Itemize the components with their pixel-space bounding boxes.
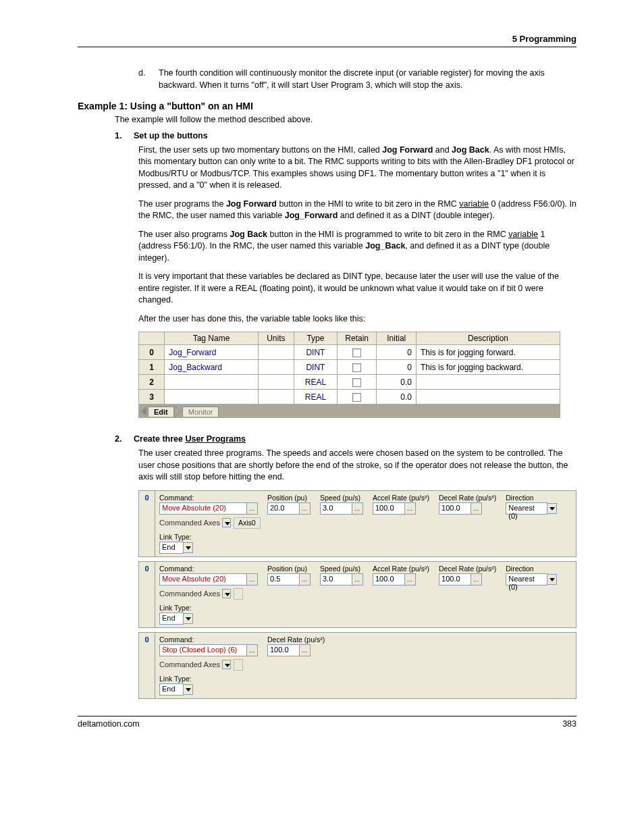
retain-checkbox[interactable] (352, 378, 361, 387)
tab-monitor[interactable]: Monitor (182, 407, 219, 417)
retain-checkbox[interactable] (352, 348, 361, 357)
cell-initial[interactable]: 0.0 (377, 390, 417, 405)
cell-description[interactable] (417, 390, 560, 405)
cell-units[interactable] (258, 360, 294, 375)
link-type-select[interactable]: End (159, 683, 184, 696)
cell-type[interactable]: DINT (294, 360, 337, 375)
cell-retain[interactable] (337, 345, 377, 360)
dropdown-button[interactable] (183, 613, 193, 624)
variable-link[interactable]: variable (508, 230, 538, 239)
dropdown-button[interactable] (222, 589, 231, 598)
command-input[interactable]: Move Absolute (20) (159, 502, 247, 515)
ellipsis-button[interactable]: … (471, 573, 482, 585)
field-label: Command: (159, 565, 258, 573)
list-item-d: d. The fourth condition will continuousl… (138, 68, 576, 91)
tab-divider-icon (174, 405, 181, 417)
footer-right: 383 (562, 719, 576, 729)
axis-box[interactable] (234, 659, 243, 671)
cell-tagname[interactable]: Jog_Forward (165, 345, 258, 360)
program-step: 0Command:Move Absolute (20)…Position (pu… (138, 490, 576, 557)
direction-select[interactable]: Nearest (0) (506, 502, 547, 515)
page-footer: deltamotion.com 383 (78, 716, 576, 729)
step-index: 0 (139, 562, 155, 627)
ellipsis-button[interactable]: … (404, 573, 416, 585)
field-label: Decel Rate (pu/s²) (439, 565, 496, 573)
ellipsis-button[interactable]: … (471, 502, 482, 515)
field-label: Command: (159, 494, 258, 502)
cell-type[interactable]: REAL (294, 375, 337, 390)
table-row: 3REAL0.0 (139, 390, 560, 405)
cell-initial[interactable]: 0 (377, 360, 417, 375)
field-value[interactable]: 100.0 (439, 502, 471, 515)
ellipsis-button[interactable]: … (299, 644, 311, 656)
field-value[interactable]: 100.0 (373, 573, 405, 585)
command-input[interactable]: Move Absolute (20) (159, 573, 247, 585)
field-value[interactable]: 20.0 (267, 502, 300, 515)
dropdown-button[interactable] (547, 574, 557, 585)
dropdown-button[interactable] (222, 660, 231, 669)
variable-link[interactable]: variable (459, 199, 489, 209)
cell-units[interactable] (258, 390, 294, 405)
cell-type[interactable]: REAL (294, 390, 337, 405)
step1-title: Set up the buttons (134, 131, 208, 140)
cell-units[interactable] (258, 345, 294, 360)
step1-num: 1. (115, 131, 134, 140)
row-index: 0 (139, 345, 165, 360)
direction-select[interactable]: Nearest (0) (506, 573, 547, 585)
program-step: 0Command:Stop (Closed Loop) (6)…Decel Ra… (138, 632, 576, 699)
cell-initial[interactable]: 0.0 (377, 375, 417, 390)
cell-description[interactable] (417, 375, 560, 390)
field-value[interactable]: 3.0 (320, 502, 352, 515)
table-row: 0Jog_ForwardDINT0This is for jogging for… (139, 345, 560, 360)
field-value[interactable]: 0.5 (267, 573, 300, 585)
field-label: Direction (506, 494, 557, 502)
field-value[interactable]: 3.0 (320, 573, 352, 585)
cell-retain[interactable] (337, 360, 377, 375)
retain-checkbox[interactable] (352, 363, 361, 372)
command-input[interactable]: Stop (Closed Loop) (6) (159, 644, 247, 656)
ellipsis-button[interactable]: … (404, 502, 416, 515)
ellipsis-button[interactable]: … (299, 573, 311, 585)
dropdown-button[interactable] (183, 542, 193, 553)
ellipsis-button[interactable]: … (246, 644, 258, 656)
link-type-select[interactable]: End (159, 613, 184, 625)
retain-checkbox[interactable] (352, 393, 361, 402)
cell-retain[interactable] (337, 390, 377, 405)
cell-tagname[interactable] (165, 390, 258, 405)
dropdown-button[interactable] (183, 684, 193, 695)
list-marker: d. (138, 68, 159, 91)
field-label: Direction (506, 565, 557, 573)
cell-units[interactable] (258, 375, 294, 390)
cell-description[interactable]: This is for jogging backward. (417, 360, 560, 375)
field-label: Accel Rate (pu/s²) (373, 494, 429, 502)
cell-initial[interactable]: 0 (377, 345, 417, 360)
user-programs-link[interactable]: User Programs (185, 434, 246, 444)
commanded-axes-label: Commanded Axes (159, 660, 220, 669)
step1-p1: First, the user sets up two momentary bu… (138, 145, 576, 192)
axis-box[interactable]: Axis0 (234, 517, 261, 529)
cell-tagname[interactable] (165, 375, 258, 390)
step2-p1: The user created three programs. The spe… (138, 448, 576, 484)
field-value[interactable]: 100.0 (439, 573, 471, 585)
field-label: Decel Rate (pu/s²) (267, 635, 325, 644)
ellipsis-button[interactable]: … (246, 502, 258, 515)
ellipsis-button[interactable]: … (246, 573, 258, 585)
axis-box[interactable] (234, 588, 243, 600)
tab-edit[interactable]: Edit (148, 407, 174, 417)
cell-type[interactable]: DINT (294, 345, 337, 360)
ellipsis-button[interactable]: … (352, 573, 363, 585)
step1-p2: The user programs the Jog Forward button… (138, 199, 576, 222)
variable-table: Tag Name Units Type Retain Initial Descr… (138, 332, 576, 418)
cell-retain[interactable] (337, 375, 377, 390)
step2-heading: 2. Create three User Programs (115, 434, 576, 444)
link-type-select[interactable]: End (159, 542, 184, 554)
dropdown-button[interactable] (222, 518, 231, 527)
dropdown-button[interactable] (547, 503, 557, 514)
field-value[interactable]: 100.0 (267, 644, 300, 656)
ellipsis-button[interactable]: … (299, 502, 311, 515)
cell-description[interactable]: This is for jogging forward. (417, 345, 560, 360)
field-value[interactable]: 100.0 (373, 502, 405, 515)
ellipsis-button[interactable]: … (352, 502, 363, 515)
cell-tagname[interactable]: Jog_Backward (165, 360, 258, 375)
step-index: 0 (139, 491, 155, 556)
